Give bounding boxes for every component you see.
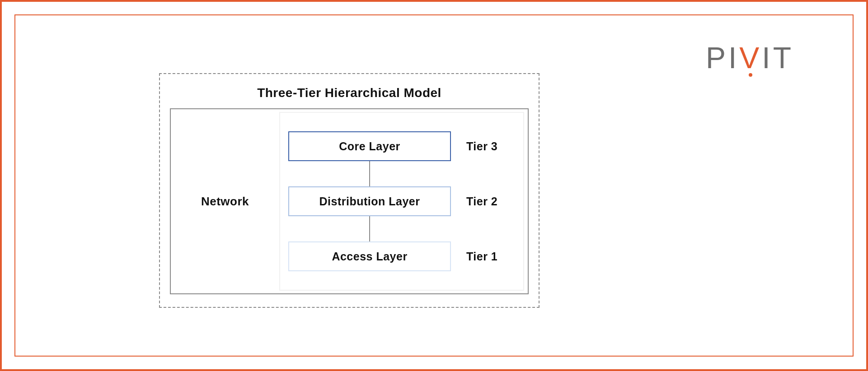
tier-spacer xyxy=(466,216,497,241)
distribution-layer-box: Distribution Layer xyxy=(288,186,451,216)
tier-spacer xyxy=(466,161,497,186)
access-layer-box: Access Layer xyxy=(288,241,451,271)
logo-letter-i2: I xyxy=(762,41,773,74)
layers-wrapper: Core Layer Distribution Layer Access Lay… xyxy=(279,112,524,291)
outer-frame: PIVIT Three-Tier Hierarchical Model Netw… xyxy=(0,0,868,371)
connector-line xyxy=(369,216,370,241)
network-label: Network xyxy=(171,195,279,209)
logo-letter-p: P xyxy=(706,41,728,74)
logo-letter-t: T xyxy=(773,41,794,74)
layers-column: Core Layer Distribution Layer Access Lay… xyxy=(284,131,455,271)
inner-frame: PIVIT Three-Tier Hierarchical Model Netw… xyxy=(14,14,854,357)
connector-line xyxy=(369,161,370,186)
diagram-container: Three-Tier Hierarchical Model Network Co… xyxy=(159,73,540,308)
logo-letter-i1: I xyxy=(728,41,739,74)
tier-1-label: Tier 1 xyxy=(466,241,497,271)
logo-letter-v-glyph: V xyxy=(739,41,762,74)
core-layer-box: Core Layer xyxy=(288,131,451,161)
tier-labels-column: Tier 3 Tier 2 Tier 1 xyxy=(466,131,497,271)
diagram-title: Three-Tier Hierarchical Model xyxy=(160,74,539,108)
network-box: Network Core Layer Distribution Layer Ac… xyxy=(170,108,529,294)
logo-dot-icon xyxy=(749,73,752,77)
tier-2-label: Tier 2 xyxy=(466,186,497,216)
tier-3-label: Tier 3 xyxy=(466,131,497,161)
logo-letter-v: V xyxy=(739,41,762,75)
pivit-logo: PIVIT xyxy=(706,41,794,75)
